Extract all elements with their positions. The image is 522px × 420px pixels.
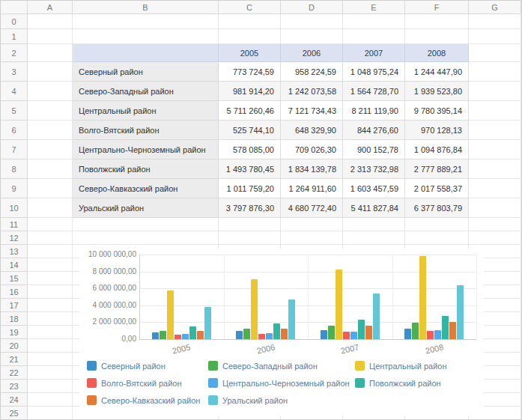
cell-B1[interactable] [73,29,219,44]
cell-E0[interactable] [343,14,405,29]
cell-D2[interactable]: 2006 [281,44,343,62]
cell-F3[interactable]: 1 244 447,90 [405,62,469,82]
cell-A3[interactable] [28,62,73,82]
cell-D1[interactable] [281,29,343,44]
cell-D6[interactable]: 648 329,90 [281,121,343,140]
legend-item-Уральский район[interactable]: Уральский район [208,395,288,405]
cell-F9[interactable]: 2 017 558,37 [405,179,469,198]
legend-item-Северный район[interactable]: Северный район [87,361,166,371]
cell-D9[interactable]: 1 264 911,60 [281,179,343,198]
row-header-1[interactable]: 1 [1,29,28,44]
row-header-24[interactable]: 24 [1,393,28,407]
cell-D7[interactable]: 709 026,30 [281,140,343,159]
row-header-10[interactable]: 10 [1,198,28,218]
cell-E1[interactable] [343,29,405,44]
row-header-4[interactable]: 4 [1,82,28,101]
cell-F5[interactable]: 9 780 395,14 [405,101,469,121]
cell-C1[interactable] [219,29,281,44]
cell-F4[interactable]: 1 939 523,80 [405,82,469,101]
cell-A20[interactable] [28,339,73,353]
row-header-7[interactable]: 7 [1,140,28,159]
cell-C8[interactable]: 1 493 780,45 [219,159,281,179]
cell-F7[interactable]: 1 094 876,84 [405,140,469,159]
row-header-20[interactable]: 20 [1,339,28,353]
cell-A18[interactable] [28,312,73,326]
row-header-8[interactable]: 8 [1,159,28,179]
cell-E9[interactable]: 1 603 457,59 [343,179,405,198]
column-header-B[interactable]: B [73,1,219,14]
row-header-13[interactable]: 13 [1,245,28,258]
cell-E3[interactable]: 1 048 975,24 [343,62,405,82]
legend-item-Поволжский район[interactable]: Поволжский район [355,378,441,388]
cell-F6[interactable]: 970 128,13 [405,121,469,140]
cell-G0[interactable] [469,14,521,29]
row-header-3[interactable]: 3 [1,62,28,82]
cell-C11[interactable] [219,218,281,231]
cell-A16[interactable] [28,285,73,299]
cell-E6[interactable]: 844 276,60 [343,121,405,140]
cell-B6[interactable]: Волго-Вятский район [73,121,219,140]
cell-B0[interactable] [73,14,219,29]
cell-A6[interactable] [28,121,73,140]
cell-F12[interactable] [405,231,469,245]
cell-F2[interactable]: 2008 [405,44,469,62]
cell-B7[interactable]: Центрально-Черноземный район [73,140,219,159]
column-header-A[interactable]: A [28,1,73,14]
cell-A8[interactable] [28,159,73,179]
cell-C2[interactable]: 2005 [219,44,281,62]
row-header-21[interactable]: 21 [1,353,28,366]
legend-item-Центрально-Черноземный район[interactable]: Центрально-Черноземный район [208,378,350,388]
cell-G4[interactable] [469,82,521,101]
cell-G12[interactable] [469,231,521,245]
cell-D8[interactable]: 1 834 139,78 [281,159,343,179]
cell-D10[interactable]: 4 680 772,40 [281,198,343,218]
cell-F11[interactable] [405,218,469,231]
cell-F0[interactable] [405,14,469,29]
cell-C9[interactable]: 1 011 759,20 [219,179,281,198]
column-header-E[interactable]: E [343,1,405,14]
column-header-G[interactable]: G [469,1,521,14]
cell-D3[interactable]: 958 224,59 [281,62,343,82]
row-header-14[interactable]: 14 [1,258,28,272]
cell-B12[interactable] [73,231,219,245]
cell-B4[interactable]: Северо-Западный район [73,82,219,101]
cell-C10[interactable]: 3 797 876,30 [219,198,281,218]
cell-A5[interactable] [28,101,73,121]
row-header-11[interactable]: 11 [1,218,28,231]
cell-C6[interactable]: 525 744,10 [219,121,281,140]
cell-G11[interactable] [469,218,521,231]
cell-A1[interactable] [28,29,73,44]
cell-G6[interactable] [469,121,521,140]
cell-C12[interactable] [219,231,281,245]
cell-F8[interactable]: 2 777 889,21 [405,159,469,179]
cell-F1[interactable] [405,29,469,44]
row-header-19[interactable]: 19 [1,326,28,339]
column-header-C[interactable]: C [219,1,281,14]
cell-G3[interactable] [469,62,521,82]
legend-item-Северо-Кавказский район[interactable]: Северо-Кавказский район [87,395,200,405]
cell-B3[interactable]: Северный район [73,62,219,82]
cell-A17[interactable] [28,299,73,312]
cell-G10[interactable] [469,198,521,218]
cell-B8[interactable]: Поволжский район [73,159,219,179]
cell-G7[interactable] [469,140,521,159]
cell-B9[interactable]: Северо-Кавказский район [73,179,219,198]
cell-B10[interactable]: Уральский район [73,198,219,218]
row-header-9[interactable]: 9 [1,179,28,198]
legend-item-Северо-Западный район[interactable]: Северо-Западный район [208,361,318,371]
cell-B5[interactable]: Центральный район [73,101,219,121]
column-header-F[interactable]: F [405,1,469,14]
cell-A2[interactable] [28,44,73,62]
cell-D4[interactable]: 1 242 073,58 [281,82,343,101]
row-header-5[interactable]: 5 [1,101,28,121]
cell-D12[interactable] [281,231,343,245]
cell-D5[interactable]: 7 121 734,43 [281,101,343,121]
cell-A24[interactable] [28,393,73,407]
cell-E10[interactable]: 5 411 827,84 [343,198,405,218]
row-header-12[interactable]: 12 [1,231,28,245]
cell-A25[interactable] [28,407,73,420]
cell-A7[interactable] [28,140,73,159]
cell-A13[interactable] [28,245,73,258]
cell-A14[interactable] [28,258,73,272]
cell-D0[interactable] [281,14,343,29]
